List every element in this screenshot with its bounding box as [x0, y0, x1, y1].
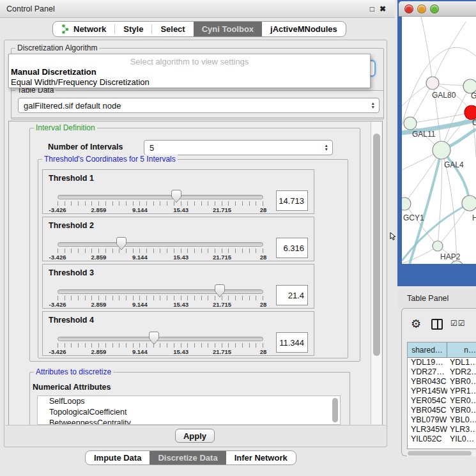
tab-jactivemnodules[interactable]: jActiveMNodules — [262, 22, 346, 36]
threshold-2-panel: Threshold 2 -3.426 2.859 9.144 15.43 21.… — [42, 217, 314, 261]
cell[interactable]: YIL052C — [408, 434, 447, 444]
tab-discretize-data-label: Discretize Data — [158, 453, 217, 463]
table-row[interactable]: YBR043CYBR0… — [408, 377, 476, 387]
settings-vertical-scrollbar-thumb[interactable] — [373, 134, 380, 356]
cell[interactable]: YLR345W — [408, 425, 447, 434]
minimize-traffic-light[interactable] — [417, 4, 426, 13]
cell[interactable]: YDR2… — [447, 367, 476, 377]
cell[interactable]: YPR145W — [408, 387, 447, 396]
network-node[interactable] — [433, 241, 443, 251]
scale-label: -3.426 — [49, 348, 66, 355]
cell[interactable]: YIL0… — [447, 434, 476, 444]
tab-impute-data[interactable]: Impute Data — [86, 451, 150, 464]
list-item[interactable]: TopologicalCoefficient — [38, 407, 340, 418]
slider-scale: -3.426 2.859 9.144 15.43 21.715 28 — [58, 206, 263, 214]
column-header-name[interactable]: n… — [447, 342, 476, 357]
table-row[interactable]: YLR345WYLR3… — [408, 425, 476, 434]
tab-style[interactable]: Style — [115, 22, 151, 36]
cell[interactable]: YBL0… — [447, 415, 476, 425]
algorithm-option-manual[interactable]: Manual Discretization — [11, 67, 96, 77]
threshold-4-value-field[interactable]: 11.344 — [276, 332, 308, 353]
threshold-2-value-field[interactable]: 6.316 — [276, 238, 308, 258]
node-label-gal11: GAL11 — [412, 130, 436, 139]
numerical-attributes-list[interactable]: SelfLoops TopologicalCoefficient Between… — [37, 395, 341, 425]
list-scrollbar-thumb[interactable] — [332, 398, 338, 422]
apply-button[interactable]: Apply — [175, 429, 215, 443]
threshold-3-slider-track[interactable] — [58, 289, 263, 294]
scale-label: 15.43 — [173, 301, 188, 308]
table-row[interactable]: YBL079WYBL0… — [408, 415, 476, 425]
node-label-hap2: HAP2 — [440, 252, 461, 261]
table-row[interactable]: YBR045CYBR0… — [408, 406, 476, 415]
select-columns-icon[interactable]: ☑☑ — [450, 319, 466, 328]
number-of-intervals-combobox[interactable]: 5 ▲▼ — [144, 140, 333, 155]
cell[interactable]: YBL079W — [408, 415, 447, 425]
network-canvas[interactable]: GAL80 G. C GAL11 GAL4 GCY1 H HAP2 — [402, 17, 476, 264]
algorithm-option-equal-width[interactable]: Equal Width/Frequency Discretization — [11, 77, 150, 87]
scale-label: -3.426 — [49, 206, 66, 213]
close-traffic-light[interactable] — [404, 4, 413, 13]
number-of-intervals-label: Number of Intervals — [48, 142, 123, 151]
cell[interactable]: YPR1… — [447, 387, 476, 396]
cell[interactable]: YDR27… — [408, 367, 447, 377]
cell[interactable]: YBR045C — [408, 406, 447, 415]
node-label-cut: C — [472, 118, 476, 127]
cell[interactable]: YBR043C — [408, 377, 447, 387]
cell[interactable]: YER054C — [408, 396, 447, 406]
zoom-traffic-light[interactable] — [430, 4, 439, 13]
scale-label: 15.43 — [173, 254, 188, 261]
cell[interactable]: YER0… — [447, 396, 476, 406]
table-row[interactable]: YIL052CYIL0… — [408, 434, 476, 444]
cell[interactable]: YDL1… — [447, 358, 476, 367]
scale-label: 28 — [260, 301, 267, 308]
threshold-2-slider-track[interactable] — [58, 242, 263, 247]
threshold-3-value-field[interactable]: 21.4 — [276, 285, 308, 305]
cell[interactable]: YLR3… — [447, 425, 476, 434]
cell[interactable]: YBR0… — [447, 377, 476, 387]
cell[interactable]: YBR0… — [447, 406, 476, 415]
cyni-toolbox-panel: Discretization Algorithm Table Data galF… — [4, 40, 387, 447]
node-label-gal4: GAL4 — [444, 160, 464, 169]
list-item[interactable]: SelfLoops — [38, 396, 340, 407]
combobox-spinner-icon: ▲▼ — [371, 98, 375, 112]
column-header-shared-name[interactable]: shared… — [408, 342, 447, 357]
number-of-intervals-value: 5 — [150, 143, 154, 153]
columns-icon[interactable] — [431, 319, 443, 330]
table-row[interactable]: YPR145WYPR1… — [408, 387, 476, 396]
network-window: GAL80 G. C GAL11 GAL4 GCY1 H HAP2 — [397, 0, 476, 286]
network-node[interactable] — [404, 117, 417, 130]
scale-label: 2.859 — [91, 348, 107, 355]
table-data-combobox[interactable]: galFiltered.sif default node ▲▼ — [18, 98, 380, 113]
network-node[interactable] — [462, 196, 476, 211]
tab-impute-data-label: Impute Data — [94, 453, 141, 463]
float-window-icon[interactable]: □ — [370, 4, 374, 13]
tab-cyni-toolbox[interactable]: Cyni Toolbox — [194, 22, 262, 36]
interval-definition-group-title: Interval Definition — [34, 123, 97, 132]
list-item[interactable]: BetweennessCentrality — [38, 418, 340, 425]
network-node[interactable] — [426, 77, 439, 89]
slider-ticks — [58, 249, 263, 253]
table-row[interactable]: YDR27…YDR2… — [408, 367, 476, 377]
algorithm-placeholder-option[interactable]: Select algorithm to view settings — [9, 57, 370, 66]
node-table-header: shared… n… — [408, 342, 476, 358]
close-window-icon[interactable]: ✖ — [380, 4, 386, 13]
table-row[interactable]: YER054CYER0… — [408, 396, 476, 406]
network-node[interactable] — [402, 197, 411, 210]
tab-network[interactable]: Network — [53, 22, 114, 36]
network-node-selected[interactable] — [464, 105, 476, 119]
cell[interactable]: YDL19… — [408, 358, 447, 367]
table-horizontal-scrollbar-thumb[interactable] — [408, 451, 472, 456]
scale-label: 9.144 — [132, 206, 148, 213]
table-row[interactable]: YDL19…YDL1… — [408, 358, 476, 367]
threshold-1-value-field[interactable]: 14.713 — [276, 190, 308, 211]
table-horizontal-scrollbar[interactable] — [407, 450, 476, 456]
network-node[interactable] — [433, 141, 450, 159]
tab-discretize-data[interactable]: Discretize Data — [150, 451, 226, 464]
settings-vertical-scrollbar[interactable] — [371, 122, 381, 424]
scale-label: -3.426 — [49, 254, 66, 261]
threshold-4-slider-track[interactable] — [58, 337, 263, 341]
tab-select[interactable]: Select — [152, 22, 193, 36]
threshold-1-slider-track[interactable] — [58, 195, 263, 199]
gear-icon[interactable]: ⚙ — [411, 318, 421, 330]
tab-infer-network[interactable]: Infer Network — [226, 451, 296, 464]
